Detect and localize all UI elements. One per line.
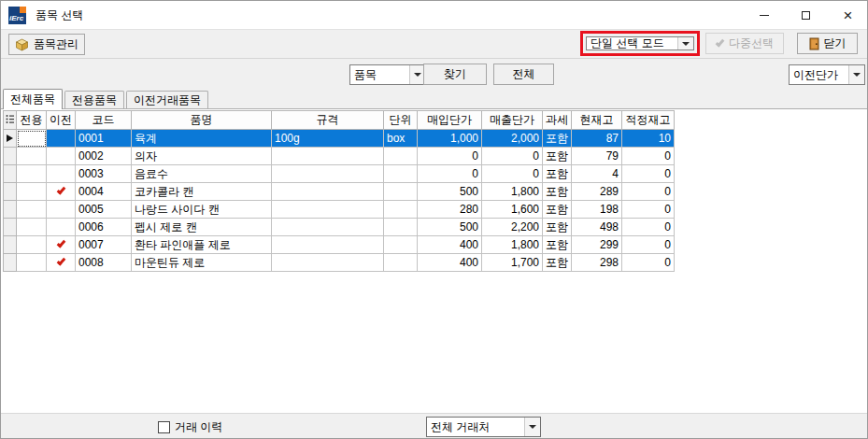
row-indicator[interactable] xyxy=(4,254,17,272)
tab-all-items[interactable]: 전체품목 xyxy=(3,89,63,109)
cell-code[interactable]: 0003 xyxy=(76,165,132,183)
table-row[interactable]: 0003음료수00포함40 xyxy=(4,165,675,183)
cell-sell-price[interactable]: 1,800 xyxy=(482,236,543,254)
tab-dedicated-items[interactable]: 전용품목 xyxy=(64,91,124,108)
item-manage-button[interactable]: 품목관리 xyxy=(8,34,85,55)
checkbox-icon[interactable] xyxy=(158,421,170,433)
cell-dedicated[interactable] xyxy=(17,183,47,201)
cell-dedicated[interactable] xyxy=(17,219,47,236)
cell-name[interactable]: 펩시 제로 캔 xyxy=(132,219,272,236)
cell-code[interactable]: 0005 xyxy=(76,201,132,219)
row-indicator[interactable] xyxy=(4,183,17,201)
selection-mode-select[interactable]: 단일 선택 모드 xyxy=(586,36,694,50)
cell-tax[interactable]: 포함 xyxy=(543,254,572,272)
cell-previous[interactable] xyxy=(47,148,76,165)
cell-tax[interactable]: 포함 xyxy=(543,183,572,201)
cell-code[interactable]: 0006 xyxy=(76,219,132,236)
apply-price-dropdown-button[interactable] xyxy=(848,65,864,84)
cell-previous[interactable] xyxy=(47,183,76,201)
cell-previous[interactable] xyxy=(47,201,76,219)
tab-previous-trade-items[interactable]: 이전거래품목 xyxy=(126,91,208,108)
cell-stock[interactable]: 298 xyxy=(572,254,622,272)
cell-dedicated[interactable] xyxy=(17,148,47,165)
cell-proper-stock[interactable]: 10 xyxy=(622,130,675,148)
cell-tax[interactable]: 포함 xyxy=(543,219,572,236)
vendor-select[interactable]: 전체 거래처 xyxy=(426,417,541,437)
cell-spec[interactable] xyxy=(272,236,384,254)
cell-buy-price[interactable]: 500 xyxy=(418,219,482,236)
cell-previous[interactable] xyxy=(47,130,76,148)
cell-sell-price[interactable]: 2,200 xyxy=(482,219,543,236)
cell-code[interactable]: 0002 xyxy=(76,148,132,165)
cell-spec[interactable]: 100g xyxy=(272,130,384,148)
table-row[interactable]: 0004코카콜라 캔5001,800포함2890 xyxy=(4,183,675,201)
column-header[interactable]: 규격 xyxy=(272,111,384,130)
cell-tax[interactable]: 포함 xyxy=(543,130,572,148)
column-header[interactable]: 현재고 xyxy=(572,111,622,130)
table-row[interactable]: 0008마운틴듀 제로4001,700포함2980 xyxy=(4,254,675,272)
column-header[interactable]: 매입단가 xyxy=(418,111,482,130)
cell-previous[interactable] xyxy=(47,254,76,272)
cell-name[interactable]: 코카콜라 캔 xyxy=(132,183,272,201)
cell-stock[interactable]: 4 xyxy=(572,165,622,183)
cell-unit[interactable] xyxy=(384,254,418,272)
cell-spec[interactable] xyxy=(272,148,384,165)
table-row[interactable]: 0001육계100gbox1,0002,000포함8710 xyxy=(4,130,675,148)
cell-dedicated[interactable] xyxy=(17,130,47,148)
cell-proper-stock[interactable]: 0 xyxy=(622,183,675,201)
cell-sell-price[interactable]: 1,600 xyxy=(482,201,543,219)
cell-buy-price[interactable]: 0 xyxy=(418,148,482,165)
items-table[interactable]: 전용이전코드품명규격단위매입단가매출단가과세현재고적정재고0001육계100gb… xyxy=(3,110,675,272)
column-header[interactable]: 코드 xyxy=(76,111,132,130)
cell-proper-stock[interactable]: 0 xyxy=(622,254,675,272)
cell-sell-price[interactable]: 0 xyxy=(482,165,543,183)
table-row[interactable]: 0005나랑드 사이다 캔2801,600포함1980 xyxy=(4,201,675,219)
find-button[interactable]: 찾기 xyxy=(423,64,487,85)
column-header[interactable]: 이전 xyxy=(47,111,76,130)
cell-proper-stock[interactable]: 0 xyxy=(622,148,675,165)
show-all-button[interactable]: 전체 xyxy=(493,64,554,85)
table-row[interactable]: 0006펩시 제로 캔5002,200포함4980 xyxy=(4,219,675,236)
cell-stock[interactable]: 498 xyxy=(572,219,622,236)
column-header[interactable]: 매출단가 xyxy=(482,111,543,130)
cell-unit[interactable] xyxy=(384,165,418,183)
cell-unit[interactable]: box xyxy=(384,130,418,148)
column-header[interactable]: 과세 xyxy=(543,111,572,130)
column-header[interactable]: 전용 xyxy=(17,111,47,130)
cell-previous[interactable] xyxy=(47,236,76,254)
cell-code[interactable]: 0008 xyxy=(76,254,132,272)
cell-unit[interactable] xyxy=(384,201,418,219)
cell-sell-price[interactable]: 0 xyxy=(482,148,543,165)
cell-unit[interactable] xyxy=(384,183,418,201)
cell-name[interactable]: 육계 xyxy=(132,130,272,148)
cell-tax[interactable]: 포함 xyxy=(543,201,572,219)
cell-spec[interactable] xyxy=(272,165,384,183)
row-indicator[interactable] xyxy=(4,236,17,254)
cell-buy-price[interactable]: 280 xyxy=(418,201,482,219)
cell-dedicated[interactable] xyxy=(17,201,47,219)
close-window-button[interactable]: × xyxy=(827,1,868,29)
cell-code[interactable]: 0004 xyxy=(76,183,132,201)
apply-price-select[interactable]: 이전단가 xyxy=(789,64,865,85)
table-row[interactable]: 0007환타 파인애플 제로4001,800포함2990 xyxy=(4,236,675,254)
row-indicator[interactable] xyxy=(4,219,17,236)
cell-tax[interactable]: 포함 xyxy=(543,148,572,165)
selection-mode-dropdown-button[interactable] xyxy=(677,37,693,50)
cell-sell-price[interactable]: 1,800 xyxy=(482,183,543,201)
close-dialog-button[interactable]: 닫기 xyxy=(797,33,858,54)
cell-spec[interactable] xyxy=(272,201,384,219)
cell-stock[interactable]: 79 xyxy=(572,148,622,165)
minimize-button[interactable] xyxy=(743,1,785,29)
cell-spec[interactable] xyxy=(272,254,384,272)
cell-spec[interactable] xyxy=(272,183,384,201)
cell-previous[interactable] xyxy=(47,219,76,236)
cell-sell-price[interactable]: 2,000 xyxy=(482,130,543,148)
cell-name[interactable]: 의자 xyxy=(132,148,272,165)
cell-name[interactable]: 나랑드 사이다 캔 xyxy=(132,201,272,219)
cell-unit[interactable] xyxy=(384,148,418,165)
cell-buy-price[interactable]: 1,000 xyxy=(418,130,482,148)
cell-dedicated[interactable] xyxy=(17,236,47,254)
cell-tax[interactable]: 포함 xyxy=(543,236,572,254)
cell-buy-price[interactable]: 500 xyxy=(418,183,482,201)
cell-dedicated[interactable] xyxy=(17,165,47,183)
